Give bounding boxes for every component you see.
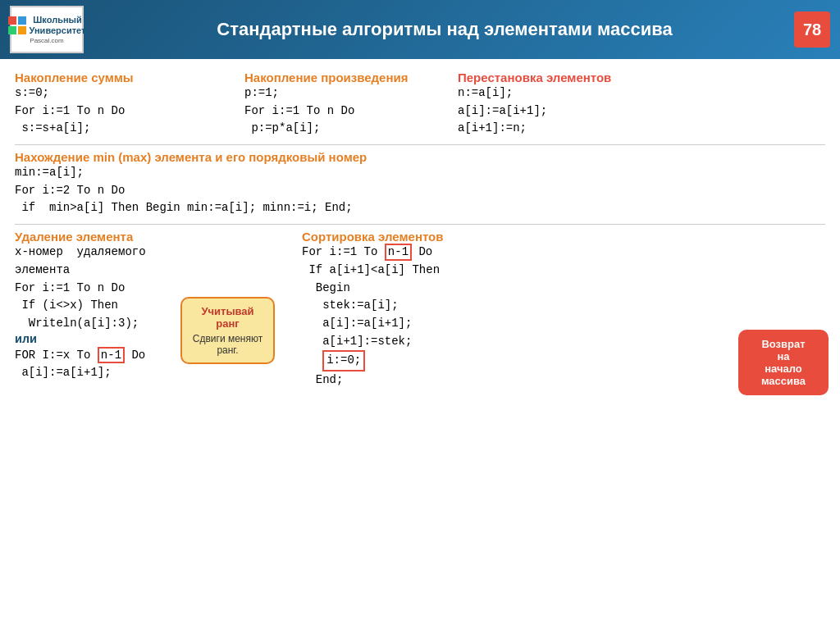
top-section: Накопление суммы s:=0; For i:=1 To n Do … (15, 71, 825, 138)
sort-line3: Begin (302, 280, 825, 298)
balloon-учитывай: Учитывай ранг Сдвиги меняют ранг. (180, 297, 275, 364)
sum-title: Накопление суммы (15, 71, 228, 84)
logo-url: Pascal.com (30, 37, 63, 44)
divider2 (15, 224, 825, 225)
product-line1: p:=1; (244, 84, 441, 103)
sum-code: s:=0; For i:=1 To n Do s:=s+a[i]; (15, 84, 228, 138)
logo-sq-red (8, 16, 16, 25)
product-code: p:=1; For i:=1 To n Do p:=p*a[i]; (244, 84, 441, 138)
swap-line3: a[i+1]:=n; (458, 120, 825, 138)
content-area: Накопление суммы s:=0; For i:=1 To n Do … (0, 59, 840, 629)
minmax-code: min:=a[i]; For i:=2 To n Do if min>a[i] … (15, 164, 825, 217)
logo-text-main2: Университет (30, 25, 86, 35)
col-swap: Перестановка элементов n:=a[i]; a[i]:=a[… (441, 71, 825, 138)
logo-squares (8, 16, 26, 34)
minmax-line3: if min>a[i] Then Begin min:=a[i]; minn:=… (15, 199, 825, 217)
n1-highlight-sort: n-1 (385, 244, 412, 261)
sort-line4: stek:=a[i]; (302, 297, 825, 315)
balloon-body: Сдвиги меняют ранг. (190, 333, 265, 356)
logo: Школьный Университет Pascal.com (10, 6, 84, 53)
sum-line1: s:=0; (15, 84, 228, 103)
logo-sq-blue (18, 16, 26, 25)
balloon-возврат: Возврат на начало массива (738, 330, 829, 395)
delete-title: Удаление элемента (15, 230, 294, 244)
minmax-section: Нахождение min (max) элемента и его поря… (15, 150, 825, 217)
product-line2: For i:=1 To n Do (244, 103, 441, 121)
logo-text-main: Школьный (30, 15, 86, 25)
i-zero-highlight: i:=0; (322, 350, 365, 371)
product-title: Накопление произведения (244, 71, 441, 84)
n1-highlight-delete: n-1 (98, 347, 125, 364)
header: Школьный Университет Pascal.com Стандарт… (0, 0, 840, 59)
product-line3: p:=p*a[i]; (244, 120, 441, 138)
swap-title: Перестановка элементов (458, 71, 825, 84)
page-title: Стандартные алгоритмы над элементами мас… (95, 19, 794, 40)
col-sum: Накопление суммы s:=0; For i:=1 To n Do … (15, 71, 228, 138)
delete-line1: x-номер удаляемого (15, 244, 294, 262)
balloon2-line2: на (745, 350, 822, 362)
bottom-section: Удаление элемента x-номер удаляемого эле… (15, 230, 825, 390)
balloon2-line1: Возврат (745, 338, 822, 350)
minmax-line1: min:=a[i]; (15, 164, 825, 182)
logo-sq-yellow (18, 26, 26, 34)
delete-last-line: a[i]:=a[i+1]; (15, 364, 294, 382)
swap-code: n:=a[i]; a[i]:=a[i+1]; a[i+1]:=n; (458, 84, 825, 138)
page-number: 78 (794, 11, 830, 48)
swap-line1: n:=a[i]; (458, 84, 825, 103)
delete-line2: элемента (15, 262, 294, 280)
balloon-title2: ранг (190, 317, 265, 330)
balloon2-line3: начало (745, 362, 822, 375)
balloon-title1: Учитывай (190, 305, 265, 317)
sort-title: Сортировка элементов (302, 230, 825, 244)
minmax-title: Нахождение min (max) элемента и его поря… (15, 150, 825, 164)
minmax-line2: For i:=2 To n Do (15, 182, 825, 200)
delete-line3: For i:=1 To n Do (15, 280, 294, 298)
divider1 (15, 144, 825, 145)
swap-line2: a[i]:=a[i+1]; (458, 103, 825, 121)
balloon2-line4: массива (745, 375, 822, 387)
logo-sq-green (8, 26, 16, 34)
sum-line3: s:=s+a[i]; (15, 120, 228, 138)
sum-line2: For i:=1 To n Do (15, 103, 228, 121)
sort-line2: If a[i+1]<a[i] Then (302, 262, 825, 280)
col-product: Накопление произведения p:=1; For i:=1 T… (228, 71, 441, 138)
sort-line1: For i:=1 To n-1 Do (302, 244, 825, 262)
